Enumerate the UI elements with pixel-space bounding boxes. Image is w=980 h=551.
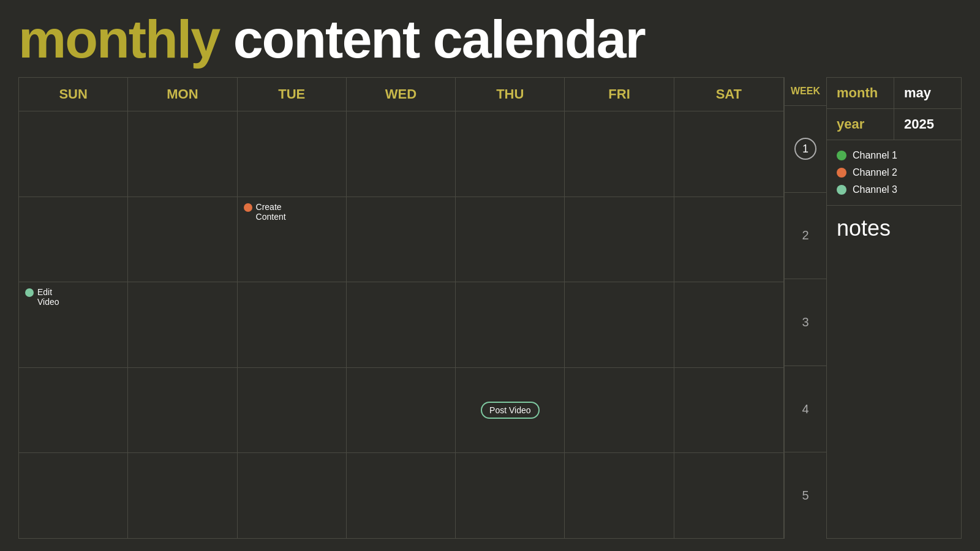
cell-1-tue xyxy=(238,111,347,197)
main-area: SUN MON TUE WED THU FRI SAT xyxy=(18,77,962,539)
title-monthly: monthly xyxy=(18,9,219,69)
cell-2-thu xyxy=(456,197,565,282)
cell-5-mon xyxy=(128,453,237,538)
cell-3-thu xyxy=(456,282,565,367)
event-dot-orange xyxy=(244,203,252,212)
cell-3-sat xyxy=(674,282,783,367)
day-wed: WED xyxy=(347,78,456,111)
week-1: 1 xyxy=(785,106,826,193)
channels-section: Channel 1 Channel 2 Channel 3 xyxy=(827,140,961,206)
cell-1-mon xyxy=(128,111,237,197)
month-year-section: month may year 2025 xyxy=(827,78,961,140)
week-sidebar: WEEK 1 2 3 4 5 xyxy=(784,77,827,539)
week-5: 5 xyxy=(785,452,826,539)
cell-1-fri xyxy=(565,111,674,197)
cell-4-sat xyxy=(674,368,783,453)
week-3: 3 xyxy=(785,279,826,366)
calendar-row-4: Post Video xyxy=(19,368,783,454)
channel-3-label: Channel 3 xyxy=(853,184,897,195)
event-edit-video[interactable]: EditVideo xyxy=(25,287,59,307)
cell-3-sun: EditVideo xyxy=(19,282,128,367)
calendar-row-5 xyxy=(19,453,783,538)
calendar-row-3: EditVideo xyxy=(19,282,783,368)
cell-1-sun xyxy=(19,111,128,197)
cell-4-thu: Post Video xyxy=(456,368,565,453)
cell-5-wed xyxy=(347,453,456,538)
cell-4-sun xyxy=(19,368,128,453)
cell-2-wed xyxy=(347,197,456,282)
channel-1-item: Channel 1 xyxy=(837,150,951,161)
week-header: WEEK xyxy=(785,77,826,106)
cell-5-fri xyxy=(565,453,674,538)
channel-2-item: Channel 2 xyxy=(837,167,951,178)
month-row: month may xyxy=(827,78,961,109)
cell-4-mon xyxy=(128,368,237,453)
year-value: 2025 xyxy=(894,109,961,140)
day-fri: FRI xyxy=(565,78,674,111)
cell-2-mon xyxy=(128,197,237,282)
notes-title: notes xyxy=(837,216,951,241)
cell-5-sat xyxy=(674,453,783,538)
day-sun: SUN xyxy=(19,78,128,111)
event-edit-video-label: EditVideo xyxy=(37,287,59,307)
channel-3-item: Channel 3 xyxy=(837,184,951,195)
cell-2-fri xyxy=(565,197,674,282)
cell-5-sun xyxy=(19,453,128,538)
calendar-rows: CreateContent EditVideo xyxy=(19,111,783,538)
cell-2-sat xyxy=(674,197,783,282)
channel-1-label: Channel 1 xyxy=(853,150,897,161)
day-mon: MON xyxy=(128,78,237,111)
week-2: 2 xyxy=(785,193,826,280)
channel-2-dot xyxy=(837,168,846,178)
week-1-circle: 1 xyxy=(794,138,816,160)
right-panel: month may year 2025 Channel 1 Channel 2 xyxy=(827,77,962,539)
day-headers-row: SUN MON TUE WED THU FRI SAT xyxy=(19,78,783,111)
cell-1-wed xyxy=(347,111,456,197)
week-4: 4 xyxy=(785,366,826,453)
event-post-video[interactable]: Post Video xyxy=(481,402,539,419)
month-label: month xyxy=(827,78,894,108)
page-title: monthly content calendar xyxy=(18,12,962,66)
header: monthly content calendar xyxy=(18,12,962,66)
event-create-content-label: CreateContent xyxy=(256,202,286,222)
calendar-row-2: CreateContent xyxy=(19,197,783,283)
page-wrapper: monthly content calendar SUN MON TUE WED… xyxy=(0,0,980,551)
cell-3-wed xyxy=(347,282,456,367)
event-dot-mint xyxy=(25,288,34,297)
cell-1-thu xyxy=(456,111,565,197)
day-sat: SAT xyxy=(674,78,783,111)
channel-1-dot xyxy=(837,151,846,160)
cell-5-thu xyxy=(456,453,565,538)
cell-4-fri xyxy=(565,368,674,453)
cell-2-tue: CreateContent xyxy=(238,197,347,282)
day-tue: TUE xyxy=(238,78,347,111)
calendar-row-1 xyxy=(19,111,783,197)
cell-5-tue xyxy=(238,453,347,538)
cell-4-wed xyxy=(347,368,456,453)
event-create-content[interactable]: CreateContent xyxy=(244,202,286,222)
cell-1-sat xyxy=(674,111,783,197)
month-value: may xyxy=(894,78,961,108)
cell-2-sun xyxy=(19,197,128,282)
year-row: year 2025 xyxy=(827,109,961,140)
cell-4-tue xyxy=(238,368,347,453)
cell-3-mon xyxy=(128,282,237,367)
cell-3-tue xyxy=(238,282,347,367)
day-thu: THU xyxy=(456,78,565,111)
channel-3-dot xyxy=(837,185,846,195)
calendar-section: SUN MON TUE WED THU FRI SAT xyxy=(18,77,784,539)
year-label: year xyxy=(827,109,894,140)
title-rest: content calendar xyxy=(219,9,645,69)
notes-section: notes xyxy=(827,206,961,538)
cell-3-fri xyxy=(565,282,674,367)
channel-2-label: Channel 2 xyxy=(853,167,897,178)
